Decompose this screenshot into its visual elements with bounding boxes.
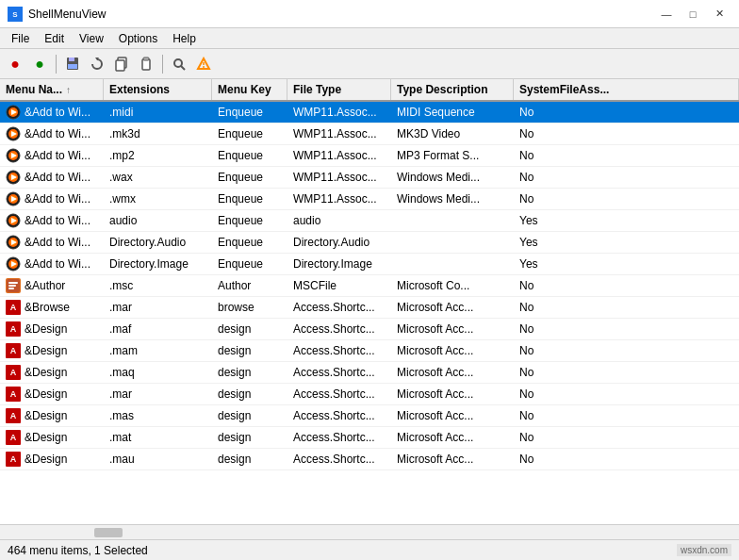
toolbar: ● ●: [0, 49, 739, 79]
svg-rect-50: [8, 288, 14, 289]
col-header-ext[interactable]: Extensions: [104, 79, 212, 100]
menu-item-help[interactable]: Help: [165, 30, 204, 47]
cell-typedesc: Microsoft Acc...: [391, 384, 514, 404]
minimize-button[interactable]: —: [654, 6, 679, 23]
svg-point-10: [174, 59, 182, 67]
find-button[interactable]: [168, 53, 190, 75]
col-header-menu[interactable]: Menu Na... ↑: [0, 79, 104, 100]
cell-typedesc: Microsoft Acc...: [391, 319, 514, 339]
table-row[interactable]: A &Design .mam design Access.Shortc... M…: [0, 340, 739, 362]
table-row[interactable]: A &Browse .mar browse Access.Shortc... M…: [0, 297, 739, 319]
col-header-key[interactable]: Menu Key: [212, 79, 287, 100]
cell-sysfile: Yes: [514, 210, 739, 231]
cell-typedesc: Windows Medi...: [391, 189, 514, 209]
svg-point-14: [203, 66, 205, 68]
cell-menu: &Add to Wi...: [0, 210, 104, 231]
col-header-typedesc[interactable]: Type Description: [391, 79, 514, 100]
table-row[interactable]: A &Design .mat design Access.Shortc... M…: [0, 427, 739, 449]
cell-typedesc: [391, 232, 514, 253]
close-button[interactable]: ✕: [707, 6, 731, 23]
cell-menu: A &Design: [0, 427, 104, 448]
table-row[interactable]: &Add to Wi... Directory.Audio Enqueue Di…: [0, 232, 739, 254]
green-circle-button[interactable]: ●: [28, 53, 51, 75]
menu-item-view[interactable]: View: [72, 30, 111, 47]
svg-rect-3: [69, 58, 74, 61]
cell-filetype: WMP11.Assoc...: [287, 167, 391, 188]
cell-sysfile: No: [514, 167, 739, 188]
cell-menu: &Add to Wi...: [0, 232, 104, 253]
menu-item-options[interactable]: Options: [111, 30, 165, 47]
cell-key: Enqueue: [212, 210, 287, 231]
menu-bar: FileEditViewOptionsHelp: [0, 28, 739, 49]
table-row[interactable]: &Add to Wi... audio Enqueue audio Yes: [0, 210, 739, 232]
table-row[interactable]: A &Design .maq design Access.Shortc... M…: [0, 362, 739, 384]
wmp-icon: [6, 170, 21, 185]
cell-sysfile: No: [514, 102, 739, 123]
cell-typedesc: MP3 Format S...: [391, 145, 514, 166]
paste-button[interactable]: [135, 53, 157, 75]
wmp-icon: [6, 191, 21, 206]
cell-menu: A &Design: [0, 340, 104, 361]
table-row[interactable]: A &Design .mau design Access.Shortc... M…: [0, 449, 739, 470]
table-row[interactable]: &Add to Wi... .wax Enqueue WMP11.Assoc..…: [0, 167, 739, 189]
table-row[interactable]: A &Design .maf design Access.Shortc... M…: [0, 319, 739, 340]
cell-filetype: WMP11.Assoc...: [287, 189, 391, 209]
table-row[interactable]: &Add to Wi... Directory.Image Enqueue Di…: [0, 254, 739, 275]
svg-rect-49: [8, 285, 16, 287]
table-row[interactable]: &Add to Wi... .wmx Enqueue WMP11.Assoc..…: [0, 189, 739, 210]
menu-item-edit[interactable]: Edit: [37, 30, 72, 47]
window-title: ShellMenuView: [28, 8, 654, 21]
access-icon: A: [6, 365, 21, 380]
cell-key: design: [212, 362, 287, 383]
save-button[interactable]: [61, 53, 84, 75]
table-row[interactable]: &Author .msc Author MSCFile Microsoft Co…: [0, 275, 739, 297]
table-body: &Add to Wi... .midi Enqueue WMP11.Assoc.…: [0, 102, 739, 524]
cell-sysfile: No: [514, 319, 739, 339]
toolbar-separator-2: [162, 55, 163, 74]
col-header-sysfile[interactable]: SystemFileAss...: [514, 79, 739, 100]
sort-arrow-menu: ↑: [66, 85, 71, 95]
cell-filetype: WMP11.Assoc...: [287, 124, 391, 144]
cell-key: Enqueue: [212, 124, 287, 144]
menu-item-file[interactable]: File: [4, 30, 37, 47]
cell-typedesc: [391, 210, 514, 231]
horizontal-scrollbar[interactable]: [0, 524, 739, 539]
copy-button[interactable]: [110, 53, 133, 75]
cell-menu: &Add to Wi...: [0, 189, 104, 209]
cell-key: Enqueue: [212, 167, 287, 188]
cell-ext: .mat: [104, 427, 212, 448]
cell-ext: .mar: [104, 384, 212, 404]
wmp-icon: [6, 256, 21, 272]
table-row[interactable]: A &Design .mar design Access.Shortc... M…: [0, 384, 739, 405]
red-circle-button[interactable]: ●: [4, 53, 26, 75]
maximize-button[interactable]: □: [681, 6, 705, 23]
cell-sysfile: No: [514, 405, 739, 426]
cell-menu: &Add to Wi...: [0, 254, 104, 274]
cell-typedesc: Microsoft Acc...: [391, 449, 514, 469]
table-row[interactable]: A &Design .mas design Access.Shortc... M…: [0, 405, 739, 427]
action-button[interactable]: [192, 53, 215, 75]
cell-typedesc: MK3D Video: [391, 124, 514, 144]
cell-filetype: Access.Shortc...: [287, 405, 391, 426]
col-header-filetype[interactable]: File Type: [287, 79, 391, 100]
wmp-icon: [6, 105, 21, 120]
cell-menu: &Add to Wi...: [0, 124, 104, 144]
cell-ext: .midi: [104, 102, 212, 123]
table-row[interactable]: &Add to Wi... .midi Enqueue WMP11.Assoc.…: [0, 102, 739, 124]
cell-key: Enqueue: [212, 102, 287, 123]
cell-typedesc: Microsoft Acc...: [391, 427, 514, 448]
table-row[interactable]: &Add to Wi... .mk3d Enqueue WMP11.Assoc.…: [0, 124, 739, 145]
table-row[interactable]: &Add to Wi... .mp2 Enqueue WMP11.Assoc..…: [0, 145, 739, 167]
status-text: 464 menu items, 1 Selected: [8, 544, 148, 557]
cell-filetype: MSCFile: [287, 275, 391, 296]
cell-menu: A &Design: [0, 405, 104, 426]
cell-menu: A &Browse: [0, 297, 104, 318]
refresh-button[interactable]: [86, 53, 108, 75]
cell-ext: .maf: [104, 319, 212, 339]
cell-menu: A &Design: [0, 384, 104, 404]
cell-ext: .mk3d: [104, 124, 212, 144]
cell-typedesc: Microsoft Co...: [391, 275, 514, 296]
cell-key: design: [212, 319, 287, 339]
cell-sysfile: No: [514, 124, 739, 144]
cell-ext: .mar: [104, 297, 212, 318]
